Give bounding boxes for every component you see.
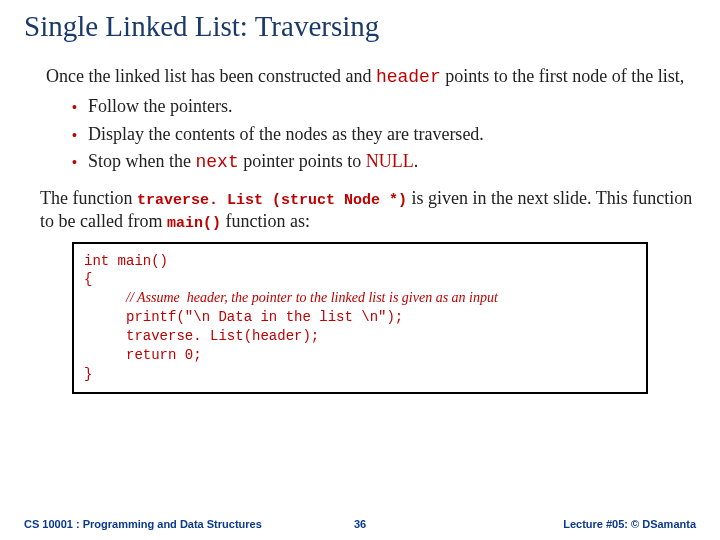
bullet-2: Display the contents of the nodes as the…: [72, 123, 696, 146]
footer: CS 10001 : Programming and Data Structur…: [0, 518, 720, 530]
code-l2: {: [84, 271, 92, 287]
footer-page-number: 36: [354, 518, 366, 530]
bullet-list: Follow the pointers. Display the content…: [72, 95, 696, 174]
para2-pre: The function: [40, 188, 137, 208]
intro-text: Once the linked list has been constructe…: [46, 65, 696, 89]
para2-code2: main(): [167, 215, 221, 232]
para2-code1: traverse. List (struct Node *): [137, 192, 407, 209]
footer-left: CS 10001 : Programming and Data Structur…: [24, 518, 262, 530]
bullet-3-mid: pointer points to: [239, 151, 366, 171]
bullet-3-null: NULL: [366, 151, 414, 171]
code-l6: }: [84, 366, 92, 382]
intro-post: points to the first node of the list,: [441, 66, 684, 86]
bullet-3-post: .: [414, 151, 419, 171]
slide: Single Linked List: Traversing Once the …: [0, 0, 720, 540]
code-l3: printf("\n Data in the list \n");: [126, 309, 403, 325]
intro-pre: Once the linked list has been constructe…: [46, 66, 376, 86]
code-l4: traverse. List(header);: [126, 328, 319, 344]
bullet-1: Follow the pointers.: [72, 95, 696, 118]
slide-title: Single Linked List: Traversing: [24, 10, 696, 43]
footer-right: Lecture #05: © DSamanta: [563, 518, 696, 530]
para-2: The function traverse. List (struct Node…: [40, 187, 696, 234]
code-l1: int main(): [84, 253, 168, 269]
code-l5: return 0;: [126, 347, 202, 363]
para2-post: function as:: [221, 211, 310, 231]
intro-code: header: [376, 67, 441, 87]
bullet-3-pre: Stop when the: [88, 151, 196, 171]
code-comment: // Assume header, the pointer to the lin…: [126, 290, 498, 305]
bullet-3: Stop when the next pointer points to NUL…: [72, 150, 696, 174]
bullet-3-code: next: [196, 152, 239, 172]
code-block: int main() { // Assume header, the point…: [72, 242, 648, 394]
